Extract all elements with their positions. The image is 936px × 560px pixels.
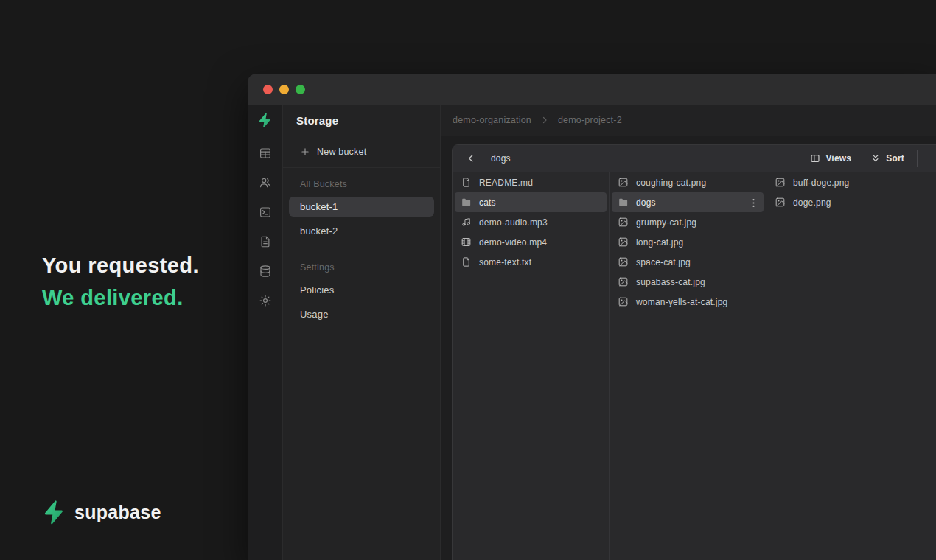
item-name: supabass-cat.jpg [636, 277, 705, 287]
chevron-left-icon [466, 153, 476, 164]
file-row[interactable]: grumpy-cat.jpg [612, 212, 764, 232]
storage-sidebar: New bucket All Buckets bucket-1bucket-2 … [283, 136, 441, 560]
file-row[interactable]: woman-yells-at-cat.jpg [612, 292, 764, 312]
terminal-icon [259, 206, 272, 222]
item-name: grumpy-cat.jpg [636, 217, 696, 228]
chevrons-down-icon [870, 153, 881, 164]
image-icon [618, 276, 629, 287]
nav-home-button[interactable] [248, 105, 282, 136]
item-name: cats [479, 197, 496, 208]
item-name: doge.png [793, 197, 831, 208]
explorer-toolbar: dogs Views Sort [453, 145, 936, 172]
gear-icon [259, 294, 272, 310]
panel-columns-icon [810, 153, 820, 164]
nav-item-table[interactable] [248, 140, 283, 169]
file-row[interactable]: README.md [455, 172, 607, 192]
item-name: buff-doge.png [793, 178, 849, 188]
file-row[interactable]: buff-doge.png [769, 172, 921, 192]
image-icon [618, 217, 629, 228]
breadcrumb-org[interactable]: demo-organization [453, 115, 531, 125]
file-row[interactable]: supabass-cat.jpg [612, 272, 764, 292]
item-name: woman-yells-at-cat.jpg [636, 297, 727, 307]
supabase-logo: supabase [41, 500, 161, 525]
breadcrumb-project[interactable]: demo-project-2 [558, 115, 622, 125]
image-icon [618, 177, 629, 188]
supabase-bolt-icon [257, 111, 273, 129]
nav-item-database[interactable] [248, 258, 283, 287]
explorer-area: dogs Views Sort [441, 136, 936, 560]
traffic-lights [263, 85, 305, 94]
traffic-light-zoom[interactable] [296, 85, 305, 94]
file-row[interactable]: long-cat.jpg [612, 232, 764, 252]
traffic-light-minimize[interactable] [279, 85, 289, 94]
item-name: demo-video.mp4 [479, 237, 547, 248]
explorer-column-3: buff-doge.png doge.png [766, 172, 923, 560]
explorer-column-1: README.md cats demo-audio.mp3 demo-video… [453, 172, 610, 560]
sidebar-item-bucket-1[interactable]: bucket-1 [289, 197, 434, 217]
app-window: Storage demo-organization demo-project-2… [248, 74, 936, 560]
kebab-menu-icon[interactable] [748, 197, 758, 207]
app-header: Storage demo-organization demo-project-2 [283, 105, 936, 136]
back-button[interactable] [463, 150, 479, 167]
file-row[interactable]: some-text.txt [455, 252, 607, 272]
plus-icon [300, 147, 310, 157]
primary-nav [248, 105, 283, 560]
sort-button[interactable]: Sort [870, 153, 904, 164]
sidebar-section-label: All Buckets [283, 175, 440, 194]
nav-item-terminal[interactable] [248, 199, 283, 228]
folder-row[interactable]: dogs [612, 192, 764, 212]
item-name: dogs [636, 197, 656, 208]
views-button[interactable]: Views [810, 153, 851, 164]
image-icon [618, 256, 629, 267]
chevron-right-icon [540, 116, 549, 125]
new-bucket-button[interactable]: New bucket [283, 136, 440, 168]
sidebar-item-policies[interactable]: Policies [289, 280, 434, 300]
file-text-icon [259, 235, 272, 251]
item-name: README.md [479, 178, 533, 188]
file-row[interactable]: doge.png [769, 192, 921, 212]
supabase-bolt-icon [41, 500, 66, 525]
nav-item-file-text[interactable] [248, 228, 283, 258]
nav-item-gear[interactable] [248, 287, 283, 317]
audio-icon [461, 217, 472, 228]
sidebar-item-bucket-2[interactable]: bucket-2 [289, 221, 434, 241]
image-icon [618, 237, 629, 248]
users-icon [259, 176, 272, 192]
file-row[interactable]: demo-video.mp4 [455, 232, 607, 252]
current-folder-label: dogs [491, 153, 511, 164]
sidebar-section: Settings PoliciesUsage [283, 251, 440, 324]
tagline-line-1: You requested. [42, 249, 199, 281]
toolbar-divider [917, 150, 918, 167]
item-name: some-text.txt [479, 257, 531, 267]
traffic-light-close[interactable] [263, 85, 273, 94]
window-titlebar [248, 74, 936, 105]
file-row[interactable]: space-cat.jpg [612, 252, 764, 272]
file-icon [461, 177, 472, 188]
sort-label: Sort [886, 153, 904, 164]
image-icon [775, 197, 786, 208]
sidebar-section-label: Settings [283, 258, 440, 277]
views-label: Views [825, 153, 851, 164]
file-icon [461, 256, 472, 267]
tagline: You requested. We delivered. [42, 249, 199, 314]
file-row[interactable]: coughing-cat.png [612, 172, 764, 192]
image-icon [618, 296, 629, 307]
nav-item-users[interactable] [248, 169, 283, 199]
new-bucket-label: New bucket [317, 147, 366, 157]
breadcrumb: demo-organization demo-project-2 [441, 105, 936, 136]
folder-icon [618, 197, 629, 208]
brand-wordmark: supabase [74, 502, 161, 523]
file-row[interactable]: demo-audio.mp3 [455, 212, 607, 232]
sidebar-item-usage[interactable]: Usage [289, 304, 434, 324]
item-name: demo-audio.mp3 [479, 217, 548, 228]
section-title-cell: Storage [283, 105, 441, 136]
image-icon [775, 177, 786, 188]
folder-row[interactable]: cats [455, 192, 607, 212]
item-name: coughing-cat.png [636, 178, 706, 188]
tagline-line-2: We delivered. [42, 281, 199, 314]
explorer-column-2: coughing-cat.png dogs grumpy-cat.jpg lon… [610, 172, 766, 560]
folder-icon [461, 197, 472, 208]
file-explorer-panel: dogs Views Sort [452, 144, 936, 560]
item-name: space-cat.jpg [636, 257, 691, 267]
page-title: Storage [296, 114, 338, 127]
